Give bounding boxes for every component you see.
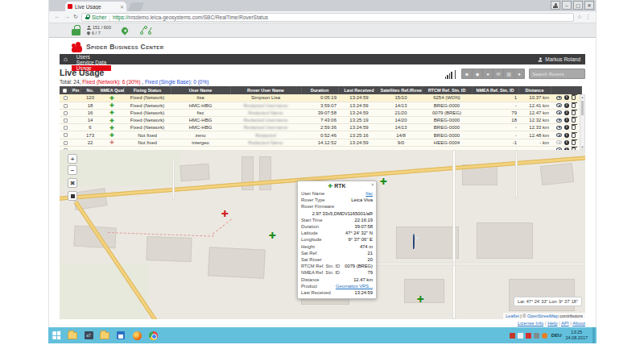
back-button[interactable]: ← [54,14,60,20]
map[interactable]: ✚✚✚✚ + − ✖ ✕ ✚RTK User NamefiscRover Typ… [60,150,585,319]
column-header[interactable]: No. [80,86,100,94]
scroll-up-icon[interactable]: ▲ [580,95,584,99]
tab-close-icon[interactable]: ✕ [120,4,124,10]
diamond-button[interactable]: ◆ [473,69,482,78]
show-desktop-button[interactable] [592,327,595,343]
maximize-button[interactable]: ▢ [573,1,583,10]
minimize-button[interactable]: – [562,1,572,10]
leaflet-link[interactable]: Leaflet [506,314,519,318]
bookmark-star-icon[interactable]: ☆ [577,14,582,20]
row-checkbox[interactable] [64,111,68,115]
profile-button[interactable] [551,1,560,10]
delete-icon[interactable] [572,140,576,145]
firefox-button[interactable] [130,329,143,342]
column-header[interactable]: RTCM Ref. Stn. ID [422,86,472,94]
watch-eye-icon[interactable] [556,126,562,130]
table-row[interactable]: 14✚Fixed (Network)HMC-HBGRedacted Userna… [60,117,581,124]
info-icon[interactable]: i [564,133,569,138]
app-window-button[interactable]: a7 [82,329,95,342]
select-all-checkbox[interactable] [63,89,67,93]
archive-button[interactable] [98,329,111,342]
tray-icon[interactable] [534,333,539,339]
map-pin-button[interactable] [118,24,132,36]
info-icon[interactable]: i [564,95,569,100]
expand-button[interactable]: ✖ [68,178,77,188]
backup-tool-button[interactable] [114,329,127,342]
browser-tab[interactable]: Live Usage ✕ [65,2,126,11]
row-checkbox[interactable] [64,118,68,123]
user-menu[interactable]: Markus Roland [533,54,585,64]
zoom-out-button[interactable]: − [68,165,77,175]
row-checkbox[interactable] [64,126,68,130]
file-explorer-button[interactable] [66,329,79,342]
watch-eye-icon[interactable] [556,110,562,114]
popup-value-link[interactable]: Geomatics VRS... [336,283,373,289]
reload-button[interactable]: ↻ [73,14,78,20]
tray-icon[interactable] [542,333,547,339]
popup-close-icon[interactable]: ✕ [370,182,374,187]
popup-value-link[interactable]: fisc [365,190,373,197]
column-header[interactable]: Duration [301,86,338,94]
table-scrollbar[interactable]: ▲ ▼ [580,94,585,150]
column-header[interactable]: NMEA Quality [100,86,124,94]
tray-icon[interactable] [510,333,515,339]
address-bar[interactable]: Sicher | https://nrsdemo.leica-geosystem… [81,13,574,22]
tray-icon[interactable] [518,333,523,339]
keyboard-language[interactable]: DEU [550,333,564,338]
chrome-button[interactable] [147,329,159,342]
table-row[interactable]: 18✚Fixed (Network)HMC-HBGRedacted Userna… [60,102,581,109]
map-pin-button[interactable]: ● [483,69,493,78]
info-icon[interactable]: i [564,103,569,108]
scrollbar-thumb[interactable] [581,101,584,115]
forward-button[interactable]: → [64,14,70,20]
delete-button[interactable]: ▥ [504,69,514,78]
row-checkbox[interactable] [64,133,68,137]
rover-fixed-marker[interactable]: ✚ [416,291,423,306]
row-checkbox[interactable] [64,96,68,100]
table-row[interactable]: 173✚Not fixedzenoRedacted0:52:4613:25:16… [60,131,581,139]
column-header[interactable]: Pin [71,86,80,94]
column-header[interactable]: NMEA Ref. Stn. ID [472,86,518,94]
delete-icon[interactable] [572,110,576,115]
message-button[interactable]: ✉ [493,69,503,78]
osm-link[interactable]: OpenStreetMap [527,314,559,318]
extent-button[interactable] [68,191,77,201]
column-header[interactable]: User Name [171,86,230,94]
search-input[interactable] [529,69,585,79]
select-button[interactable]: ■ [462,69,472,78]
close-button[interactable]: ✕ [584,1,594,10]
select-all-header[interactable] [60,86,71,94]
station-marker[interactable] [413,235,415,249]
delete-icon[interactable] [572,118,576,123]
zoom-in-button[interactable]: + [68,154,77,164]
column-header[interactable]: Distance [518,86,551,94]
watch-eye-icon[interactable] [556,103,562,107]
watch-eye-icon[interactable] [556,118,562,123]
rover-fixed-marker[interactable]: ✚ [268,227,275,242]
delete-icon[interactable] [572,95,576,100]
delete-icon[interactable] [572,103,576,108]
info-icon[interactable]: i [564,125,569,130]
rover-notfixed-marker[interactable]: ✚ [221,206,228,220]
tray-icon[interactable] [526,333,531,339]
footer-link-help[interactable]: Help [547,321,557,326]
rover-fixed-marker[interactable]: ✚ [379,173,386,188]
table-row[interactable]: 16✚Fixed (Network)fiscRedacted Name39:07… [60,109,581,116]
info-icon[interactable]: i [564,110,569,115]
globe-button[interactable]: ● [514,69,524,78]
nav-item-users[interactable]: Users [72,54,111,60]
footer-link-api[interactable]: API [561,321,569,326]
column-header[interactable]: Fixing Status [124,86,171,94]
info-icon[interactable]: i [564,140,569,145]
column-header[interactable]: Satellites Ref./Rover [380,86,422,94]
network-button[interactable] [138,24,153,36]
table-row[interactable]: 120✚Fixed (Network)lisaSimpson Lisa0:05:… [60,94,581,102]
footer-link-license-info[interactable]: License Info [518,321,543,326]
nav-home[interactable]: ⌂ [60,54,72,64]
info-icon[interactable]: i [564,118,569,123]
table-row[interactable]: 6✚Fixed (Network)HMC-HBGRedacted Usernam… [60,124,581,131]
watch-eye-icon[interactable] [556,140,562,144]
scroll-down-icon[interactable]: ▼ [580,145,584,149]
row-checkbox[interactable] [64,104,68,108]
watch-eye-icon[interactable] [556,96,562,100]
